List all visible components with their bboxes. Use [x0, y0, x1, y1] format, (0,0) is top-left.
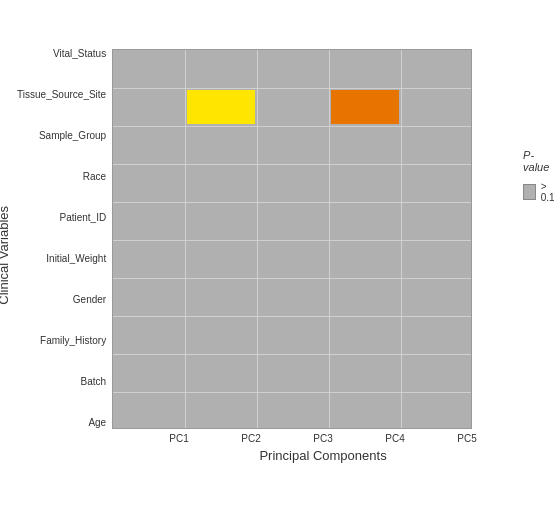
legend-swatch-0	[523, 184, 536, 200]
grid-row-2	[113, 164, 471, 165]
x-tick-pc3: PC3	[287, 433, 359, 444]
grid-row-7	[113, 354, 471, 355]
grid-row-6	[113, 316, 471, 317]
grid-col-2	[257, 50, 258, 428]
grid-row-1	[113, 126, 471, 127]
legend-item-0: > 0.1	[523, 181, 554, 203]
legend: P-value > 0.1	[523, 149, 554, 203]
x-ticks: PC1 PC2 PC3 PC4 PC5	[143, 433, 503, 444]
grid-row-8	[113, 392, 471, 393]
legend-label-0: > 0.1	[541, 181, 554, 203]
y-tick-age: Age	[88, 418, 106, 428]
y-tick-batch: Batch	[81, 377, 107, 387]
chart-wrapper: Clinical Variables Vital_Status Tissue_S…	[0, 49, 554, 463]
yellow-cell	[187, 90, 255, 124]
plot-area-wrapper: Vital_Status Tissue_Source_Site Sample_G…	[17, 49, 503, 463]
y-axis-label: Clinical Variables	[0, 206, 11, 305]
orange-cell	[331, 90, 399, 124]
legend-title: P-value	[523, 149, 554, 173]
grid-col-3	[329, 50, 330, 428]
y-tick-gender: Gender	[73, 295, 106, 305]
grid-row-0	[113, 88, 471, 89]
plot-grid	[112, 49, 472, 429]
y-tick-race: Race	[83, 172, 106, 182]
grid-col-1	[185, 50, 186, 428]
x-tick-pc5: PC5	[431, 433, 503, 444]
x-tick-pc2: PC2	[215, 433, 287, 444]
y-tick-tissue-source-site: Tissue_Source_Site	[17, 90, 106, 100]
y-ticks: Vital_Status Tissue_Source_Site Sample_G…	[17, 49, 112, 429]
chart-container: Clinical Variables Vital_Status Tissue_S…	[0, 0, 554, 511]
x-axis-label: Principal Components	[143, 448, 503, 463]
y-tick-initial-weight: Initial_Weight	[46, 254, 106, 264]
grid-row-3	[113, 202, 471, 203]
plot-and-yaxis: Vital_Status Tissue_Source_Site Sample_G…	[17, 49, 503, 429]
grid-col-4	[401, 50, 402, 428]
grid-row-4	[113, 240, 471, 241]
x-tick-pc4: PC4	[359, 433, 431, 444]
y-tick-sample-group: Sample_Group	[39, 131, 106, 141]
grid-row-5	[113, 278, 471, 279]
y-tick-vital-status: Vital_Status	[53, 49, 106, 59]
y-tick-patient-id: Patient_ID	[59, 213, 106, 223]
x-tick-pc1: PC1	[143, 433, 215, 444]
y-tick-family-history: Family_History	[40, 336, 106, 346]
